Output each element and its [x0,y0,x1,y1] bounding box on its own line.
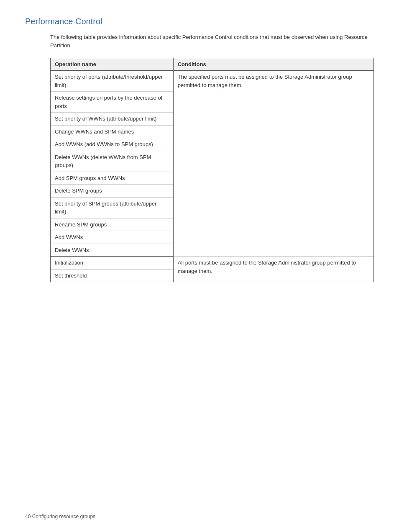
operation-cell: Change WWNs and SPM names [51,125,174,138]
operation-cell: Delete WWNs (delete WWNs from SPM groups… [51,151,174,172]
conditions-table: Operation name Conditions Set priority o… [50,58,374,282]
table-header-row: Operation name Conditions [51,58,374,71]
operation-cell: Delete WWNs [51,244,174,257]
operation-cell: Set threshold [51,269,174,282]
operation-cell: Rename SPM groups [51,218,174,231]
condition-cell: All ports must be assigned to the Storag… [173,257,373,282]
col-header-operation: Operation name [51,58,174,71]
condition-cell: The specified ports must be assigned to … [173,71,373,257]
operation-cell: Set priority of WWNs (attribute/upper li… [51,113,174,126]
operation-cell: Release settings on ports by the decreas… [51,92,174,113]
page-title: Performance Control [25,17,374,26]
page-footer: 40 Configuring resource groups [25,514,95,519]
table-wrapper: Operation name Conditions Set priority o… [50,58,374,282]
table-row: InitializationAll ports must be assigned… [51,257,374,270]
operation-cell: Initialization [51,257,174,270]
operation-cell: Add SPM groups and WWNs [51,172,174,185]
operation-cell: Set priority of SPM groups (attribute/up… [51,197,174,218]
operation-cell: Delete SPM groups [51,185,174,198]
operation-cell: Set priority of ports (attribute/thresho… [51,71,174,92]
operation-cell: Add WWNs [51,231,174,244]
intro-text: The following table provides information… [50,33,374,49]
table-row: Set priority of ports (attribute/thresho… [51,71,374,92]
col-header-conditions: Conditions [173,58,373,71]
operation-cell: Add WWNs (add WWNs to SPM groups) [51,138,174,151]
